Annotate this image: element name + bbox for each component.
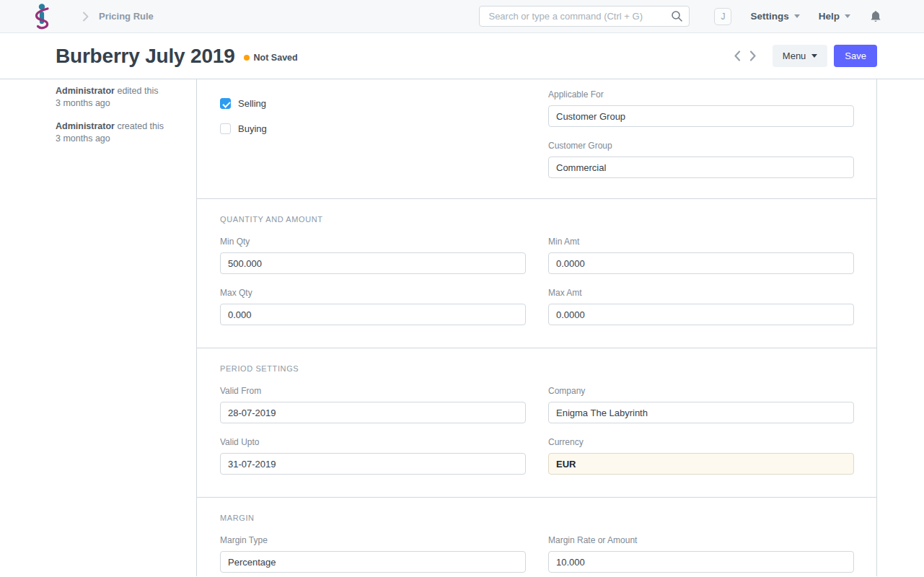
min-qty-label: Min Qty	[220, 237, 526, 247]
currency-label: Currency	[548, 437, 854, 448]
help-label: Help	[819, 11, 840, 22]
min-amt-input[interactable]	[548, 252, 854, 274]
valid-from-field: Valid From	[220, 386, 526, 423]
created-user: Administrator	[56, 121, 115, 131]
menu-button-label: Menu	[783, 50, 806, 61]
created-when: 3 months ago	[56, 133, 182, 145]
max-qty-input[interactable]	[220, 304, 526, 325]
company-label: Company	[548, 386, 854, 397]
page-body: Administrator edited this 3 months ago A…	[0, 79, 924, 576]
valid-upto-input[interactable]	[220, 453, 526, 475]
navbar-right: J Settings Help	[714, 8, 881, 25]
column-flags: Selling Buying	[220, 89, 526, 178]
created-action: created this	[117, 121, 164, 131]
company-input[interactable]	[548, 402, 854, 423]
menu-button[interactable]: Menu	[773, 45, 828, 67]
edited-user: Administrator	[56, 86, 115, 96]
min-amt-label: Min Amt	[548, 237, 854, 247]
selling-checkbox[interactable]	[220, 98, 231, 109]
max-qty-label: Max Qty	[220, 288, 526, 299]
buying-label: Buying	[238, 123, 267, 134]
page-actions: Menu Save	[733, 45, 877, 67]
selling-label: Selling	[238, 98, 266, 109]
help-menu[interactable]: Help	[819, 11, 850, 22]
buying-checkbox[interactable]	[220, 123, 231, 134]
buying-checkbox-row: Buying	[220, 123, 526, 134]
customer-group-field: Customer Group	[548, 141, 854, 178]
sidebar-created-entry: Administrator created this 3 months ago	[56, 120, 182, 145]
applicable-for-field: Applicable For	[548, 89, 854, 127]
sidebar-edited-entry: Administrator edited this 3 months ago	[56, 85, 182, 110]
page-head: Burberry July 2019 Not Saved Menu Save	[0, 33, 924, 79]
valid-upto-label: Valid Upto	[220, 437, 526, 448]
valid-upto-field: Valid Upto	[220, 437, 526, 475]
column-applicable: Applicable For Customer Group	[548, 89, 854, 178]
navbar: Pricing Rule J Settings Help	[0, 0, 924, 33]
valid-from-input[interactable]	[220, 402, 526, 423]
quantity-section-heading: QUANTITY AND AMOUNT	[220, 215, 854, 224]
column-company-currency: Company Currency	[548, 386, 854, 475]
user-avatar[interactable]: J	[714, 8, 731, 25]
valid-from-label: Valid From	[220, 386, 526, 397]
edited-action: edited this	[117, 86, 158, 96]
status-label: Not Saved	[254, 53, 298, 63]
chevron-right-icon	[82, 12, 89, 22]
min-qty-field: Min Qty	[220, 237, 526, 274]
selling-checkbox-row: Selling	[220, 98, 526, 109]
chevron-down-icon	[794, 14, 800, 18]
min-qty-input[interactable]	[220, 252, 526, 274]
edited-when: 3 months ago	[56, 97, 182, 110]
margin-type-select[interactable]	[220, 551, 526, 573]
prev-record-button[interactable]	[733, 49, 742, 63]
section-period-settings: PERIOD SETTINGS Valid From Valid Upto Co…	[197, 348, 876, 498]
right-gutter	[877, 79, 924, 576]
form-layout: Selling Buying Applicable For Customer G…	[196, 79, 877, 576]
column-qty: Min Qty Max Qty	[220, 237, 526, 325]
max-amt-field: Max Amt	[548, 288, 854, 325]
currency-field: Currency	[548, 437, 854, 475]
section-quantity-amount: QUANTITY AND AMOUNT Min Qty Max Qty Min …	[197, 199, 876, 348]
min-amt-field: Min Amt	[548, 237, 854, 274]
currency-input[interactable]	[548, 453, 854, 475]
max-qty-field: Max Qty	[220, 288, 526, 325]
global-search	[479, 6, 690, 27]
margin-rate-field: Margin Rate or Amount	[548, 535, 854, 573]
column-validity: Valid From Valid Upto	[220, 386, 526, 475]
search-icon[interactable]	[671, 10, 683, 25]
customer-group-label: Customer Group	[548, 141, 854, 151]
form-sidebar: Administrator edited this 3 months ago A…	[0, 79, 196, 576]
margin-rate-label: Margin Rate or Amount	[548, 535, 854, 546]
column-margin-rate: Margin Rate or Amount	[548, 535, 854, 573]
margin-type-label: Margin Type	[220, 535, 526, 546]
notifications-bell-icon[interactable]	[870, 10, 881, 23]
settings-menu[interactable]: Settings	[750, 11, 799, 22]
margin-section-heading: MARGIN	[220, 514, 854, 522]
status-indicator: Not Saved	[244, 53, 298, 63]
page-title: Burberry July 2019	[56, 45, 235, 68]
next-record-button[interactable]	[748, 49, 757, 63]
company-field: Company	[548, 386, 854, 423]
app-logo-icon[interactable]	[30, 3, 52, 30]
column-amt: Min Amt Max Amt	[548, 237, 854, 325]
status-dot-icon	[244, 55, 250, 61]
max-amt-label: Max Amt	[548, 288, 854, 299]
customer-group-input[interactable]	[548, 157, 854, 178]
chevron-down-icon	[845, 14, 850, 18]
column-margin-type: Margin Type	[220, 535, 526, 573]
margin-type-field: Margin Type	[220, 535, 526, 573]
applicable-for-select[interactable]	[548, 105, 854, 127]
breadcrumb-label: Pricing Rule	[99, 11, 154, 22]
max-amt-input[interactable]	[548, 304, 854, 325]
breadcrumb[interactable]: Pricing Rule	[82, 11, 154, 22]
section-applicability: Selling Buying Applicable For Customer G…	[197, 79, 876, 199]
chevron-down-icon	[811, 54, 817, 58]
section-margin: MARGIN Margin Type Margin Rate or Amount	[197, 498, 876, 573]
search-input[interactable]	[479, 6, 690, 27]
save-button[interactable]: Save	[834, 45, 877, 67]
margin-rate-input[interactable]	[548, 551, 854, 573]
applicable-for-label: Applicable For	[548, 89, 854, 100]
period-section-heading: PERIOD SETTINGS	[220, 364, 854, 373]
settings-label: Settings	[750, 11, 788, 22]
